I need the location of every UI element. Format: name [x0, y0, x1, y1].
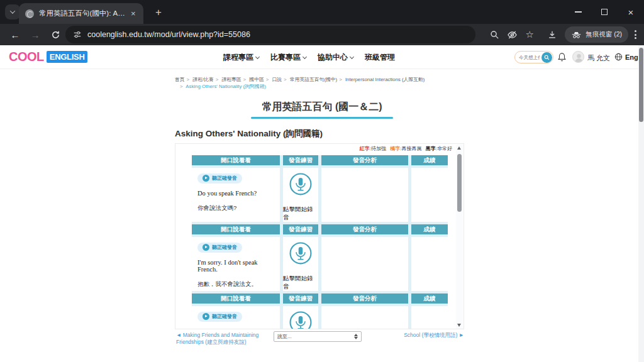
sentence-cell: 聽正確發音 I'm sorry. I don't speak French. 抱…	[192, 237, 280, 291]
microphone-icon	[287, 172, 314, 201]
back-button[interactable]: ←	[6, 24, 24, 45]
reload-button[interactable]	[47, 24, 64, 45]
eye-slash-icon	[507, 30, 518, 40]
record-cell[interactable]: 點擊開始錄音	[283, 306, 318, 329]
browser-tab[interactable]: 常用英語五百句(國中): Asking O ×	[19, 3, 143, 24]
page-title: 常用英語五百句 (國一＆二)	[0, 101, 644, 114]
activity-frame: 紅字:待加強 橘字:再接再厲 黑字:非常好 開口說看看 發音練習 發音分析 成績…	[175, 143, 464, 329]
record-cell[interactable]: 點擊開始錄音	[283, 168, 318, 222]
nav-item-class-management[interactable]: 班級管理	[365, 52, 395, 63]
course-search-input[interactable]	[515, 55, 540, 60]
main-nav: 課程專區 比賽專區 協助中心 班級管理	[223, 45, 395, 69]
nav-item-help-center[interactable]: 協助中心	[318, 52, 353, 63]
record-cell[interactable]: 點擊開始錄音	[283, 237, 318, 291]
magnifier-icon	[490, 30, 499, 40]
browser-menu-button[interactable]	[635, 30, 636, 39]
breadcrumb: 首頁> 課程/比賽> 課程專區> 國中區> 口說> 常用英語五百句(國中)> I…	[175, 76, 552, 90]
logo-english-text: ENGLISH	[47, 51, 88, 63]
sentence-english: I'm sorry. My French isn't very	[197, 328, 274, 329]
sentence-chinese: 抱歉，我不會說法文。	[197, 280, 274, 288]
score-cell	[411, 168, 448, 222]
play-icon	[203, 175, 209, 182]
tab-close-icon[interactable]: ×	[131, 9, 136, 18]
tab-title: 常用英語五百句(國中): Asking O	[39, 9, 127, 18]
minimize-icon	[575, 11, 582, 13]
new-tab-button[interactable]: +	[151, 5, 166, 20]
user-menu[interactable]: 馬 允文	[587, 53, 610, 63]
site-logo[interactable]: COOL ENGLISH	[9, 50, 87, 64]
maximize-icon	[601, 9, 608, 15]
chevron-down-icon	[255, 54, 260, 58]
activity-footer-nav: ◄ Making Friends and Maintaining Friends…	[175, 331, 464, 347]
prev-activity-link[interactable]: ◄ Making Friends and Maintaining Friends…	[176, 332, 286, 346]
site-favicon-icon	[25, 9, 34, 18]
scrollbar-thumb[interactable]	[457, 154, 462, 212]
bookmark-button[interactable]: ☆	[521, 26, 538, 43]
sentence-english: Do you speak French?	[197, 190, 274, 197]
globe-icon	[614, 53, 623, 61]
column-header: 發音練習	[283, 224, 318, 234]
column-header: 發音分析	[321, 293, 408, 304]
window-controls: ×	[565, 0, 644, 24]
breadcrumb-item[interactable]: 課程/比賽	[192, 77, 213, 82]
frame-scrollbar	[456, 145, 463, 329]
downloads-button[interactable]	[543, 26, 561, 43]
window-maximize-button[interactable]	[591, 0, 618, 24]
incognito-badge[interactable]: 無痕視窗 (2)	[565, 26, 628, 43]
breadcrumb-item[interactable]: 口說	[272, 77, 282, 82]
section-heading: Asking Others' Nationality (詢問國籍)	[175, 128, 323, 140]
analysis-cell	[321, 237, 408, 291]
site-settings-icon	[73, 30, 82, 39]
user-avatar[interactable]	[572, 51, 584, 63]
scroll-up-arrow[interactable]	[457, 146, 461, 150]
forward-button[interactable]: →	[26, 24, 44, 45]
column-header: 開口說看看	[192, 155, 280, 165]
window-minimize-button[interactable]	[565, 0, 591, 24]
listen-button[interactable]: 聽正確發音	[197, 312, 242, 322]
address-bar[interactable]: coolenglish.edu.tw/mod/url/view.php?id=5…	[65, 26, 475, 43]
column-header: 發音練習	[283, 155, 318, 165]
analysis-cell	[321, 168, 408, 222]
select-arrows-icon	[354, 334, 358, 339]
column-header: 發音分析	[321, 155, 408, 165]
tab-search-button[interactable]	[5, 4, 20, 19]
column-header: 開口說看看	[192, 224, 280, 234]
scroll-down-arrow[interactable]	[457, 324, 461, 327]
microphone-icon	[287, 310, 314, 329]
notifications-button[interactable]	[557, 52, 567, 65]
score-cell	[411, 306, 448, 329]
course-search	[514, 51, 553, 63]
jump-to-select[interactable]: 跳至...	[274, 331, 362, 342]
record-hint: 點擊開始錄音	[283, 206, 318, 222]
breadcrumb-item[interactable]: 常用英語五百句(國中)	[290, 77, 337, 82]
breadcrumb-item[interactable]: 課程專區	[221, 77, 241, 82]
listen-button[interactable]: 聽正確發音	[197, 243, 242, 253]
microphone-icon	[287, 241, 314, 270]
record-hint: 點擊開始錄音	[283, 275, 318, 291]
score-legend: 紅字:待加強 橘字:再接再厲 黑字:非常好	[360, 145, 452, 152]
zoom-button[interactable]	[486, 26, 503, 43]
nav-item-courses[interactable]: 課程專區	[223, 52, 259, 63]
web-page: COOL ENGLISH 課程專區 比賽專區 協助中心 班級管理 馬 允文 En…	[0, 45, 644, 362]
chevron-down-icon	[10, 8, 15, 13]
breadcrumb-item[interactable]: Interpersonal Interactions (人際互動)	[345, 77, 425, 82]
breadcrumb-item[interactable]: 國中區	[249, 77, 264, 82]
logo-cool-text: COOL	[9, 50, 44, 64]
nav-item-contests[interactable]: 比賽專區	[270, 52, 306, 63]
preview-hidden-button[interactable]	[503, 26, 521, 43]
search-button[interactable]	[541, 52, 552, 63]
column-header: 發音練習	[283, 293, 318, 304]
sentence-chinese: 你會說法文嗎?	[197, 204, 274, 212]
page-scrollbar-thumb[interactable]	[639, 48, 643, 122]
incognito-label: 無痕視窗 (2)	[586, 30, 622, 39]
breadcrumb-home[interactable]: 首頁	[175, 77, 185, 82]
breadcrumb-current[interactable]: Asking Others' Nationality (詢問國籍)	[186, 84, 266, 89]
column-header: 開口說看看	[192, 293, 280, 304]
listen-button[interactable]: 聽正確發音	[197, 173, 242, 184]
site-header: COOL ENGLISH 課程專區 比賽專區 協助中心 班級管理 馬 允文 En…	[0, 45, 638, 69]
window-close-button[interactable]: ×	[618, 0, 644, 24]
url-text: coolenglish.edu.tw/mod/url/view.php?id=5…	[87, 30, 250, 39]
title-underline	[251, 117, 393, 119]
next-activity-link[interactable]: School (學校情境用語) ►	[404, 332, 464, 339]
incognito-icon	[571, 31, 582, 39]
